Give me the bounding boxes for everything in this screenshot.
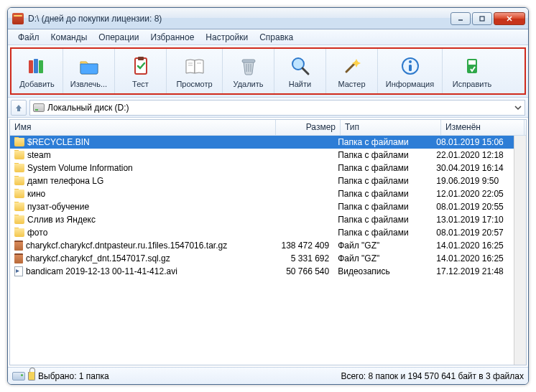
view-button[interactable]: Просмотр bbox=[167, 49, 223, 93]
file-name: кино bbox=[27, 189, 45, 199]
file-size: 5 331 692 bbox=[270, 253, 333, 263]
folder-icon bbox=[14, 215, 24, 224]
video-icon bbox=[14, 266, 23, 276]
svg-rect-5 bbox=[34, 59, 38, 73]
file-modified: 08.01.2019 20:57 bbox=[432, 228, 514, 238]
header-size[interactable]: Размер bbox=[276, 120, 341, 135]
extract-button[interactable]: Извлечь... bbox=[63, 49, 115, 93]
toolbar-container: Добавить Извлечь... Тест Просмотр bbox=[8, 45, 528, 98]
svg-line-17 bbox=[302, 68, 308, 74]
menu-bar: Файл Команды Операции Избранное Настройк… bbox=[8, 29, 528, 45]
status-right: Всего: 8 папок и 194 570 641 байт в 3 фа… bbox=[341, 371, 524, 381]
totals-text: Всего: 8 папок и 194 570 641 байт в 3 фа… bbox=[341, 371, 524, 381]
folder-icon bbox=[14, 151, 24, 159]
file-list-body[interactable]: $RECYCLE.BINПапка с файлами08.01.2019 15… bbox=[10, 136, 514, 365]
chevron-down-icon bbox=[514, 104, 522, 111]
svg-rect-4 bbox=[29, 60, 33, 73]
menu-favorites[interactable]: Избранное bbox=[145, 31, 200, 44]
wizard-button[interactable]: Мастер bbox=[326, 49, 378, 93]
app-icon bbox=[12, 13, 24, 24]
test-label: Тест bbox=[132, 80, 149, 88]
file-type: Папка с файлами bbox=[333, 215, 432, 225]
header-type[interactable]: Тип bbox=[341, 120, 441, 135]
minimize-icon bbox=[457, 15, 464, 22]
clipboard-check-icon bbox=[129, 55, 152, 78]
table-row[interactable]: bandicam 2019-12-13 00-11-41-412.avi50 7… bbox=[10, 265, 514, 278]
delete-button[interactable]: Удалить bbox=[223, 49, 274, 93]
menu-help[interactable]: Справка bbox=[254, 31, 299, 44]
file-name: System Volume Information bbox=[27, 163, 133, 173]
extract-label: Извлечь... bbox=[70, 80, 107, 88]
svg-rect-12 bbox=[242, 60, 255, 62]
path-label: Локальный диск (D:) bbox=[47, 103, 129, 113]
status-bar: Выбрано: 1 папка Всего: 8 папок и 194 57… bbox=[8, 367, 528, 384]
test-button[interactable]: Тест bbox=[115, 49, 167, 93]
file-size: 138 472 409 bbox=[270, 241, 333, 251]
file-type: Видеозапись bbox=[333, 266, 432, 276]
folder-open-icon bbox=[78, 55, 101, 78]
file-name: $RECYCLE.BIN bbox=[27, 137, 90, 147]
info-icon bbox=[399, 55, 422, 78]
drive-status-icon bbox=[12, 372, 25, 381]
file-name: charykcf.charykcf_dnt.1547017.sql.gz bbox=[26, 253, 170, 263]
wizard-label: Мастер bbox=[338, 80, 365, 88]
file-type: Папка с файлами bbox=[333, 189, 432, 199]
file-modified: 12.01.2020 22:05 bbox=[432, 189, 514, 199]
file-type: Папка с файлами bbox=[333, 176, 432, 186]
books-icon bbox=[26, 55, 49, 78]
header-name[interactable]: Имя bbox=[10, 120, 276, 135]
maximize-icon bbox=[479, 15, 486, 22]
file-modified: 17.12.2019 21:48 bbox=[432, 266, 514, 276]
table-row[interactable]: charykcf.charykcf_dnt.1547017.sql.gz5 33… bbox=[10, 252, 514, 265]
find-label: Найти bbox=[289, 80, 311, 88]
repair-book-icon bbox=[461, 55, 484, 78]
close-icon bbox=[505, 14, 514, 23]
maximize-button[interactable] bbox=[472, 12, 492, 25]
toolbar: Добавить Извлечь... Тест Просмотр bbox=[10, 47, 526, 95]
table-row[interactable]: дамп телефона LGПапка с файлами19.06.201… bbox=[10, 174, 514, 187]
file-name: charykcf.charykcf.dntpasteur.ru.1files.1… bbox=[26, 241, 227, 251]
trash-icon bbox=[237, 55, 260, 78]
file-modified: 30.04.2019 16:14 bbox=[432, 163, 514, 173]
menu-settings[interactable]: Настройки bbox=[200, 31, 254, 44]
file-modified: 14.01.2020 16:25 bbox=[432, 253, 514, 263]
file-name: дамп телефона LG bbox=[27, 176, 103, 186]
table-row[interactable]: System Volume InformationПапка с файлами… bbox=[10, 162, 514, 174]
repair-label: Исправить bbox=[453, 80, 491, 88]
up-button[interactable] bbox=[11, 100, 27, 116]
folder-icon bbox=[14, 190, 24, 198]
file-modified: 19.06.2019 9:50 bbox=[432, 176, 514, 186]
path-dropdown[interactable]: Локальный диск (D:) bbox=[29, 100, 525, 116]
table-row[interactable]: steamПапка с файлами22.01.2020 12:18 bbox=[10, 149, 514, 162]
find-button[interactable]: Найти bbox=[274, 49, 326, 93]
svg-rect-8 bbox=[138, 57, 144, 60]
archive-icon bbox=[14, 253, 23, 263]
app-window: D:\ (дней до покупки лицензии: 8) Файл К… bbox=[7, 7, 529, 385]
menu-commands[interactable]: Команды bbox=[45, 31, 93, 44]
repair-button[interactable]: Исправить bbox=[443, 49, 502, 93]
menu-file[interactable]: Файл bbox=[12, 31, 45, 44]
table-row[interactable]: charykcf.charykcf.dntpasteur.ru.1files.1… bbox=[10, 239, 514, 252]
file-list: Имя Размер Тип Изменён $RECYCLE.BINПапка… bbox=[9, 119, 527, 365]
table-row[interactable]: $RECYCLE.BINПапка с файлами08.01.2019 15… bbox=[10, 136, 514, 149]
svg-rect-23 bbox=[468, 60, 476, 65]
info-button[interactable]: Информация bbox=[378, 49, 443, 93]
add-button[interactable]: Добавить bbox=[11, 49, 63, 93]
folder-icon bbox=[14, 202, 24, 211]
menu-operations[interactable]: Операции bbox=[93, 31, 144, 44]
close-button[interactable] bbox=[494, 12, 525, 25]
folder-icon bbox=[14, 138, 24, 146]
header-modified[interactable]: Изменён bbox=[441, 120, 525, 135]
wand-icon bbox=[341, 55, 364, 78]
table-row[interactable]: пузат-обучениеПапка с файлами08.01.2019 … bbox=[10, 200, 514, 213]
table-row[interactable]: Сллив из ЯндексПапка с файлами13.01.2019… bbox=[10, 213, 514, 226]
file-type: Папка с файлами bbox=[333, 228, 432, 238]
file-modified: 08.01.2019 15:06 bbox=[432, 137, 514, 147]
table-row[interactable]: киноПапка с файлами12.01.2020 22:05 bbox=[10, 187, 514, 200]
file-name: фото bbox=[27, 228, 47, 238]
svg-rect-1 bbox=[480, 17, 484, 21]
table-row[interactable]: фотоПапка с файлами08.01.2019 20:57 bbox=[10, 226, 514, 239]
minimize-button[interactable] bbox=[450, 12, 471, 25]
scrollbar[interactable] bbox=[514, 136, 526, 365]
title-bar: D:\ (дней до покупки лицензии: 8) bbox=[8, 8, 528, 29]
